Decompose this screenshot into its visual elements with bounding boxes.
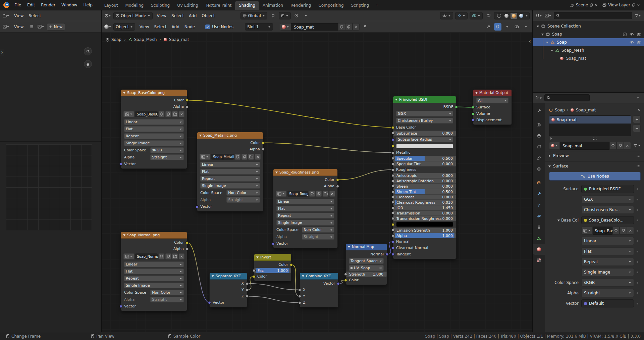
gizmo-dropdown[interactable]	[455, 12, 468, 19]
socket-out-color[interactable]	[290, 263, 293, 266]
decorator-dot[interactable]	[634, 292, 641, 294]
socket-in-sheen[interactable]	[391, 185, 394, 188]
dropdown-repeat[interactable]: Repeat	[276, 213, 334, 218]
properties-tab-constraints[interactable]	[533, 222, 545, 233]
dropdown-srgb[interactable]: sRGB	[150, 147, 184, 153]
socket-in-metallic[interactable]	[391, 151, 394, 154]
menu-view[interactable]: View	[155, 12, 169, 19]
node-normal-map[interactable]: Normal MapNormalTangent SpaceUV_SoapStre…	[345, 243, 387, 285]
node-soap-roughness[interactable]: Soap_Roughness.pngColorAlphaSoap_Roughne…	[273, 169, 338, 248]
socket-in-tangent[interactable]	[391, 253, 394, 256]
outliner-row-soap-mat-4[interactable]: Soap_mat	[533, 54, 644, 62]
dropdown-flat[interactable]: Flat	[276, 206, 334, 211]
dropdown-linear[interactable]: Linear	[124, 261, 184, 267]
dropdown-flat[interactable]: Flat	[200, 169, 260, 175]
slot-selector[interactable]: Slot 1	[245, 23, 273, 31]
dropdown-linear[interactable]: Linear	[200, 162, 260, 167]
socket-out-y[interactable]	[246, 288, 249, 291]
dropdown-single-image[interactable]: Single Image	[276, 220, 334, 226]
browse-image-button[interactable]	[581, 227, 593, 235]
open-image-button[interactable]	[172, 253, 178, 259]
surface-section-header[interactable]: Surface	[545, 161, 644, 171]
dropdown-single-image[interactable]: Single Image	[581, 268, 634, 276]
collapse-icon[interactable]	[211, 275, 214, 278]
eye-icon[interactable]	[630, 41, 634, 44]
decorator-dot[interactable]	[634, 188, 641, 190]
outliner-row-soap-mesh-3[interactable]: Soap_Mesh	[533, 46, 644, 54]
workspace-tab-uv-editing[interactable]: UV Editing	[173, 1, 202, 10]
properties-tab-particles[interactable]	[533, 199, 545, 210]
node-header[interactable]: Principled BSDF	[393, 96, 456, 103]
browse-material-button[interactable]	[280, 23, 291, 31]
fake-user-button[interactable]	[338, 23, 345, 31]
dropdown-repeat[interactable]: Repeat	[124, 276, 184, 281]
unlink-material-button[interactable]	[624, 142, 631, 150]
shading-rendered-button[interactable]	[518, 13, 525, 19]
unlink-material-button[interactable]	[353, 23, 360, 31]
slider-ior[interactable]: IOR1.450	[395, 205, 454, 210]
outliner-row-soap-1[interactable]: Soap	[533, 30, 644, 38]
menu-select[interactable]: Select	[152, 23, 169, 30]
editor-type-file-browser[interactable]	[2, 12, 10, 19]
decorator-dot[interactable]	[634, 272, 641, 273]
slider-strength[interactable]: Strength1.000	[347, 272, 385, 277]
menu-window[interactable]: Window	[59, 2, 80, 8]
shading-wireframe-button[interactable]	[496, 13, 502, 19]
dropdown-non-color[interactable]: Non-Color	[302, 227, 334, 233]
breadcrumb-material[interactable]: Soap_mat	[576, 108, 596, 112]
decorator-dot[interactable]	[634, 220, 641, 221]
input-default[interactable]: Default	[581, 299, 634, 307]
collapse-icon[interactable]	[199, 134, 202, 137]
socket-in-transmission[interactable]	[391, 212, 394, 215]
material-slot-row[interactable]: Soap_mat	[549, 116, 631, 124]
menu-add[interactable]: Add	[186, 12, 199, 19]
open-image-button[interactable]	[323, 191, 328, 197]
shading-options-icon[interactable]	[525, 14, 528, 17]
slider-specular-tint[interactable]: Specular Tint0.000	[395, 161, 454, 166]
shading-material-button[interactable]	[511, 13, 517, 19]
scene-selector[interactable]: Scene	[570, 3, 598, 7]
socket-out-bsdf[interactable]	[455, 105, 458, 108]
outliner-row-scene-collection-0[interactable]: Scene Collection	[533, 22, 644, 30]
decorator-dot[interactable]	[634, 209, 641, 211]
dropdown-repeat[interactable]: Repeat	[581, 258, 634, 266]
uv-map-select[interactable]: UV_Soap	[349, 265, 384, 271]
slider-clearcoat[interactable]: Clearcoat0.000	[395, 194, 454, 200]
editor-type-properties[interactable]	[535, 94, 542, 102]
socket-in-vector[interactable]	[208, 301, 211, 304]
menu-add[interactable]: Add	[169, 23, 182, 30]
material-name-field[interactable]: Soap_mat	[560, 142, 609, 150]
properties-tab-material[interactable]	[533, 244, 545, 255]
properties-tab-object[interactable]	[533, 177, 545, 188]
socket-in-anisotropic[interactable]	[391, 174, 394, 177]
menu-node[interactable]: Node	[182, 23, 197, 30]
slider-specular[interactable]: Specular0.500	[395, 156, 454, 161]
copy-image-button[interactable]	[620, 227, 627, 235]
socket-in-vector[interactable]	[196, 205, 199, 208]
image-name-field[interactable]: Soap_Normal.png	[135, 253, 158, 259]
dropdown-tangent-space[interactable]: Tangent Space	[349, 258, 384, 264]
workspace-tab-rendering[interactable]: Rendering	[287, 1, 315, 10]
decorator-dot[interactable]	[634, 230, 641, 232]
properties-tab-modifiers[interactable]	[533, 188, 545, 199]
dropdown-single-image[interactable]: Single Image	[124, 283, 184, 288]
slider-clearcoat-roughness[interactable]: Clearcoat Roughness0.030	[395, 200, 454, 205]
editor-type-shader[interactable]	[104, 23, 111, 31]
browse-image-button[interactable]	[276, 191, 286, 197]
dropdown-christensen-burley[interactable]: Christensen-Burley	[396, 118, 453, 124]
dropdown-ggx[interactable]: GGX	[396, 111, 453, 116]
hamburger-icon[interactable]	[28, 23, 35, 31]
fake-user-button[interactable]	[612, 227, 620, 235]
dropdown-linear[interactable]: Linear	[581, 237, 634, 245]
input-principled-bsdf[interactable]: Principled BSDF	[581, 185, 634, 193]
decorator-dot[interactable]	[634, 199, 641, 200]
socket-in-clearcoat-roughness[interactable]	[391, 201, 394, 204]
unlink-image-button[interactable]	[179, 253, 184, 259]
dropdown-straight[interactable]: Straight	[226, 197, 260, 203]
browse-image-button[interactable]	[123, 111, 134, 117]
checkbox-icon[interactable]	[623, 33, 627, 36]
dropdown-single-image[interactable]: Single Image	[200, 183, 260, 189]
menu-select[interactable]: Select	[26, 12, 43, 19]
menu-view[interactable]: View	[12, 12, 26, 19]
color-field-emission[interactable]	[396, 222, 453, 227]
